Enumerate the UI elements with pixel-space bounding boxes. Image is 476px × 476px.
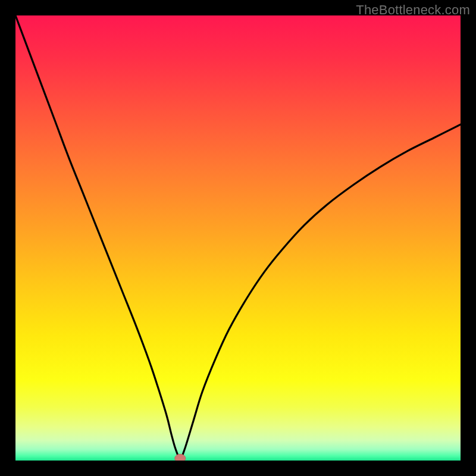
optimal-marker [175, 454, 186, 461]
chart-frame: TheBottleneck.com [0, 0, 476, 476]
watermark-text: TheBottleneck.com [356, 2, 470, 18]
gradient-background [15, 15, 461, 461]
chart-svg [15, 15, 461, 461]
plot-area [15, 15, 461, 461]
